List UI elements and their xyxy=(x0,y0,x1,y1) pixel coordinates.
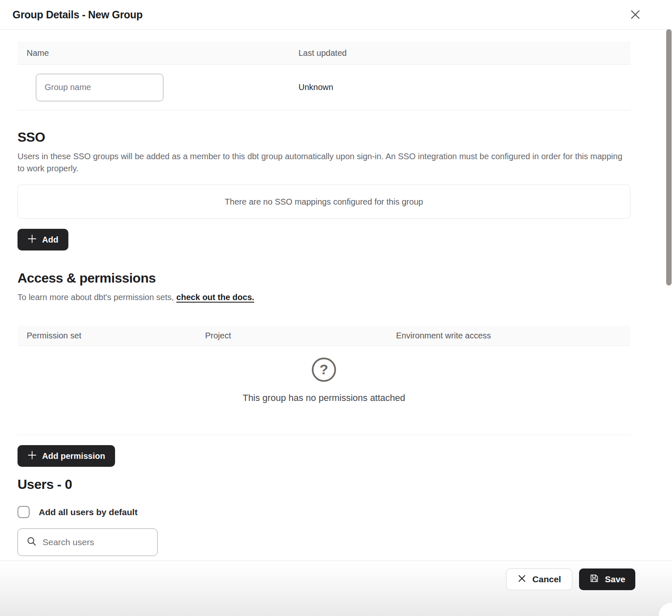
column-header-name: Name xyxy=(18,48,298,58)
plus-icon xyxy=(28,234,37,245)
cancel-x-icon xyxy=(517,574,527,585)
modal-title: Group Details - New Group xyxy=(13,9,143,21)
add-permission-button-label: Add permission xyxy=(42,451,105,461)
modal-content: Name Last updated Unknown SSO Users in t… xyxy=(0,42,672,556)
permissions-table-header: Permission set Project Environment write… xyxy=(18,326,630,346)
users-heading: Users - 0 xyxy=(18,476,630,493)
add-sso-mapping-button[interactable]: Add xyxy=(18,229,68,250)
search-users-box xyxy=(18,528,158,556)
permissions-table: Permission set Project Environment write… xyxy=(18,326,630,435)
permissions-empty-message: This group has no permissions attached xyxy=(18,393,630,403)
modal-header: Group Details - New Group xyxy=(0,0,672,30)
sso-empty-state: There are no SSO mappings configured for… xyxy=(18,185,630,219)
scrollbar-thumb[interactable] xyxy=(666,29,672,285)
cancel-button-label: Cancel xyxy=(532,574,561,584)
sso-empty-message: There are no SSO mappings configured for… xyxy=(225,197,423,207)
permissions-heading: Access & permissions xyxy=(18,270,630,286)
add-all-users-checkbox[interactable] xyxy=(18,506,30,518)
permissions-intro-text: To learn more about dbt's permission set… xyxy=(18,293,174,302)
column-header-environment-write-access: Environment write access xyxy=(396,331,630,341)
save-button[interactable]: Save xyxy=(579,568,635,590)
last-updated-value: Unknown xyxy=(298,83,630,92)
search-icon xyxy=(26,536,37,548)
group-details-modal: Group Details - New Group Name Last upda… xyxy=(0,0,672,616)
group-name-row: Unknown xyxy=(18,65,630,110)
group-name-table: Name Last updated Unknown xyxy=(18,42,630,110)
close-button[interactable] xyxy=(629,8,642,22)
close-icon xyxy=(629,9,641,22)
column-header-last-updated: Last updated xyxy=(298,48,630,58)
sso-heading: SSO xyxy=(18,129,630,145)
docs-link[interactable]: check out the docs. xyxy=(176,293,254,302)
sso-description: Users in these SSO groups will be added … xyxy=(18,150,630,175)
add-sso-button-label: Add xyxy=(42,235,58,245)
add-all-users-label[interactable]: Add all users by default xyxy=(39,507,138,517)
add-all-users-row: Add all users by default xyxy=(18,506,630,518)
plus-icon xyxy=(28,451,37,462)
permissions-intro: To learn more about dbt's permission set… xyxy=(18,291,630,303)
group-name-table-header: Name Last updated xyxy=(18,42,630,65)
permissions-empty-state: ? This group has no permissions attached xyxy=(18,346,630,435)
column-header-project: Project xyxy=(205,331,396,341)
modal-footer: Cancel Save xyxy=(0,561,672,616)
save-floppy-icon xyxy=(589,573,599,586)
column-header-permission-set: Permission set xyxy=(18,331,205,341)
cancel-button[interactable]: Cancel xyxy=(506,568,572,590)
group-name-input[interactable] xyxy=(36,74,163,101)
question-mark-icon: ? xyxy=(312,358,336,382)
search-users-input[interactable] xyxy=(43,537,143,547)
save-button-label: Save xyxy=(605,574,625,584)
add-permission-button[interactable]: Add permission xyxy=(18,445,115,467)
